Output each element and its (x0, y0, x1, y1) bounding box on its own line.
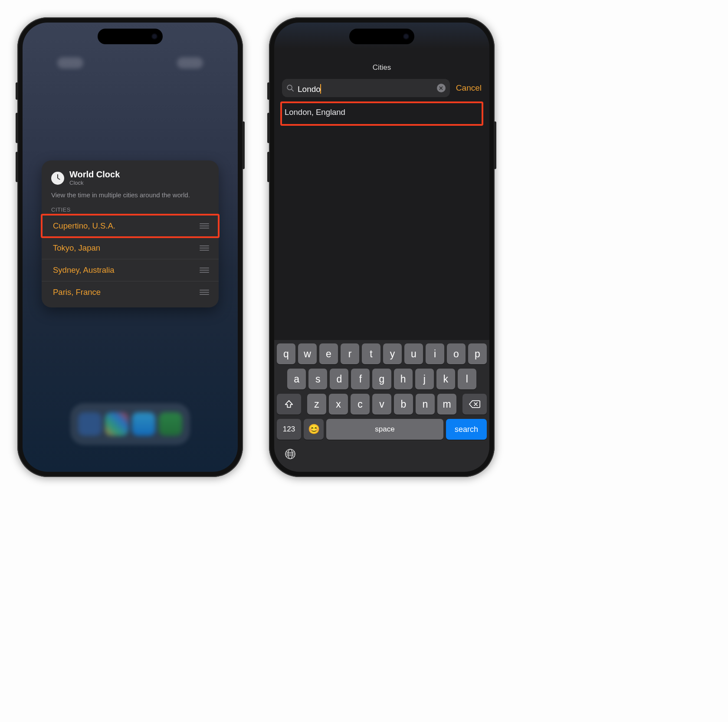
world-clock-widget-settings: World Clock Clock View the time in multi… (42, 160, 219, 307)
key-j[interactable]: j (415, 369, 434, 389)
drag-handle-icon[interactable] (200, 268, 209, 273)
key-t[interactable]: t (362, 343, 380, 364)
search-result-row[interactable]: London, England (280, 101, 483, 123)
screen-title: Cities (274, 63, 489, 72)
city-search-screen: Cities Londo ✕ Cancel London, England (274, 23, 489, 472)
key-z[interactable]: z (307, 394, 326, 415)
widget-app-name: Clock (69, 180, 120, 186)
city-row[interactable]: Sydney, Australia (42, 259, 219, 281)
key-c[interactable]: c (351, 394, 370, 415)
drag-handle-icon[interactable] (200, 290, 209, 295)
city-label: Sydney, Australia (53, 265, 115, 275)
volume-up-button (16, 113, 18, 143)
key-b[interactable]: b (394, 394, 413, 415)
emoji-key[interactable]: 😊 (304, 419, 324, 440)
key-g[interactable]: g (372, 369, 391, 389)
key-l[interactable]: l (458, 369, 476, 389)
iphone-mockup-right: Cities Londo ✕ Cancel London, England (269, 17, 495, 477)
widget-config-screen: World Clock Clock View the time in multi… (23, 23, 238, 472)
dock-blur (70, 403, 190, 445)
key-o[interactable]: o (447, 343, 466, 364)
widget-description: View the time in multiple cities around … (42, 189, 219, 206)
side-button (16, 82, 18, 100)
volume-up-button (267, 113, 270, 143)
key-x[interactable]: x (329, 394, 348, 415)
key-r[interactable]: r (341, 343, 359, 364)
power-button (494, 121, 496, 169)
search-value: Londo (298, 85, 321, 94)
search-input[interactable]: Londo ✕ (282, 79, 450, 97)
key-y[interactable]: y (383, 343, 402, 364)
key-n[interactable]: n (416, 394, 435, 415)
status-bar-blur (57, 57, 203, 70)
key-e[interactable]: e (319, 343, 338, 364)
clear-search-button[interactable]: ✕ (437, 84, 446, 92)
city-label: Tokyo, Japan (53, 243, 100, 253)
key-u[interactable]: u (404, 343, 423, 364)
globe-icon[interactable] (285, 448, 296, 460)
key-k[interactable]: k (436, 369, 455, 389)
volume-down-button (16, 152, 18, 182)
dynamic-island (349, 29, 414, 44)
city-row[interactable]: Paris, France (42, 281, 219, 303)
key-i[interactable]: i (426, 343, 444, 364)
onscreen-keyboard: qwertyuiop asdfghjkl zxcvbnm (274, 340, 489, 472)
space-key[interactable]: space (326, 419, 443, 440)
search-icon (286, 84, 294, 92)
key-d[interactable]: d (330, 369, 348, 389)
drag-handle-icon[interactable] (200, 223, 209, 229)
key-f[interactable]: f (351, 369, 370, 389)
key-m[interactable]: m (437, 394, 456, 415)
key-a[interactable]: a (287, 369, 306, 389)
side-button (267, 82, 270, 100)
key-h[interactable]: h (394, 369, 413, 389)
power-button (242, 121, 245, 169)
dynamic-island (98, 29, 163, 44)
key-p[interactable]: p (468, 343, 487, 364)
cancel-button[interactable]: Cancel (456, 83, 482, 93)
city-label: Paris, France (53, 287, 101, 297)
svg-line-1 (292, 89, 294, 91)
numbers-key[interactable]: 123 (277, 419, 301, 440)
shift-icon (284, 399, 294, 409)
widget-title: World Clock (69, 170, 120, 179)
backspace-key[interactable] (462, 394, 487, 415)
city-row[interactable]: Tokyo, Japan (42, 237, 219, 259)
volume-down-button (267, 152, 270, 182)
clock-icon (51, 172, 64, 185)
key-w[interactable]: w (298, 343, 317, 364)
city-row[interactable]: Cupertino, U.S.A. (42, 215, 219, 237)
search-key[interactable]: search (446, 419, 487, 440)
key-q[interactable]: q (277, 343, 295, 364)
city-label: Cupertino, U.S.A. (53, 221, 115, 231)
key-v[interactable]: v (372, 394, 391, 415)
text-cursor (320, 84, 321, 94)
key-s[interactable]: s (308, 369, 327, 389)
iphone-mockup-left: World Clock Clock View the time in multi… (17, 17, 243, 477)
backspace-icon (469, 400, 480, 408)
shift-key[interactable] (277, 394, 301, 415)
cities-section-label: CITIES (42, 206, 219, 213)
drag-handle-icon[interactable] (200, 245, 209, 251)
